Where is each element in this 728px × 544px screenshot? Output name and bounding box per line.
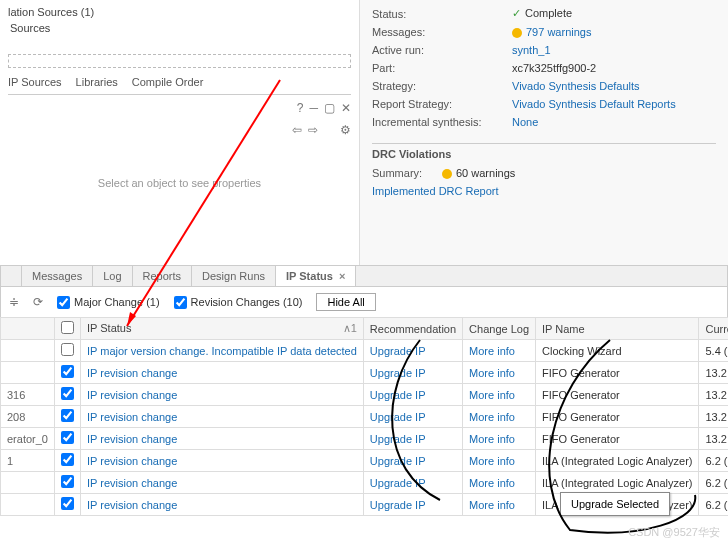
sort-icon[interactable]: ≑ — [9, 295, 19, 309]
report-strategy-label: Report Strategy: — [372, 98, 512, 110]
row-current-version: 13.2 (Re — [699, 384, 728, 406]
row-ip-name: ILA (Integrated Logic Analyzer) — [536, 472, 699, 494]
row-status-link[interactable]: IP revision change — [80, 406, 363, 428]
tab-ip-sources[interactable]: IP Sources — [8, 76, 62, 88]
row-changelog-link[interactable]: More info — [463, 362, 536, 384]
upgrade-selected-button[interactable]: Upgrade Selected — [560, 492, 670, 516]
row-status-link[interactable]: IP revision change — [80, 494, 363, 516]
watermark: CSDN @9527华安 — [628, 525, 720, 540]
row-current-version: 6.2 (Rev — [699, 450, 728, 472]
row-ip-name: FIFO Generator — [536, 362, 699, 384]
row-changelog-link[interactable]: More info — [463, 428, 536, 450]
table-row[interactable]: 208IP revision changeUpgrade IPMore info… — [1, 406, 729, 428]
row-changelog-link[interactable]: More info — [463, 472, 536, 494]
table-row[interactable]: IP major version change. Incompatible IP… — [1, 340, 729, 362]
row-source: 208 — [1, 406, 55, 428]
drc-heading: DRC Violations — [372, 143, 716, 164]
hide-all-button[interactable]: Hide All — [316, 293, 375, 311]
row-changelog-link[interactable]: More info — [463, 384, 536, 406]
close-icon[interactable]: × — [339, 270, 345, 282]
col-source[interactable] — [1, 318, 55, 340]
strategy-label: Strategy: — [372, 80, 512, 92]
tab-reports[interactable]: Reports — [133, 266, 193, 286]
tab-design-runs[interactable]: Design Runs — [192, 266, 276, 286]
row-upgrade-link[interactable]: Upgrade IP — [363, 494, 462, 516]
incremental-link[interactable]: None — [512, 116, 538, 128]
table-row[interactable]: 1IP revision changeUpgrade IPMore infoIL… — [1, 450, 729, 472]
row-upgrade-link[interactable]: Upgrade IP — [363, 362, 462, 384]
table-row[interactable]: IP revision changeUpgrade IPMore infoILA… — [1, 472, 729, 494]
table-row[interactable]: IP revision changeUpgrade IPMore infoFIF… — [1, 362, 729, 384]
col-ip-status[interactable]: IP Status ∧1 — [80, 318, 363, 340]
row-current-version: 5.4 (Rev — [699, 340, 728, 362]
close-icon[interactable]: ✕ — [341, 101, 351, 115]
incremental-label: Incremental synthesis: — [372, 116, 512, 128]
warning-icon — [512, 28, 522, 38]
row-checkbox[interactable] — [54, 362, 80, 384]
report-strategy-link[interactable]: Vivado Synthesis Default Reports — [512, 98, 676, 110]
row-upgrade-link[interactable]: Upgrade IP — [363, 340, 462, 362]
tree-line-2[interactable]: Sources — [8, 20, 351, 36]
row-ip-name: FIFO Generator — [536, 384, 699, 406]
back-icon[interactable]: ⇦ — [292, 123, 302, 137]
row-checkbox[interactable] — [54, 384, 80, 406]
row-source: 1 — [1, 450, 55, 472]
row-status-link[interactable]: IP revision change — [80, 428, 363, 450]
row-upgrade-link[interactable]: Upgrade IP — [363, 472, 462, 494]
col-ip-name[interactable]: IP Name — [536, 318, 699, 340]
row-checkbox[interactable] — [54, 450, 80, 472]
row-ip-name: FIFO Generator — [536, 428, 699, 450]
filter-revision-changes[interactable]: Revision Changes (10) — [174, 296, 303, 309]
row-source: 316 — [1, 384, 55, 406]
row-source — [1, 494, 55, 516]
col-recommendation[interactable]: Recommendation — [363, 318, 462, 340]
filter-major-change[interactable]: Major Change (1) — [57, 296, 160, 309]
row-checkbox[interactable] — [54, 428, 80, 450]
row-changelog-link[interactable]: More info — [463, 340, 536, 362]
warning-icon — [442, 169, 452, 179]
refresh-icon[interactable]: ⟳ — [33, 295, 43, 309]
tab-libraries[interactable]: Libraries — [76, 76, 118, 88]
row-status-link[interactable]: IP revision change — [80, 472, 363, 494]
row-checkbox[interactable] — [54, 406, 80, 428]
tab-compile-order[interactable]: Compile Order — [132, 76, 204, 88]
gear-icon[interactable]: ⚙ — [340, 123, 351, 137]
row-checkbox[interactable] — [54, 494, 80, 516]
row-current-version: 13.2 (Re — [699, 362, 728, 384]
minimize-icon[interactable]: ─ — [309, 101, 318, 115]
row-checkbox[interactable] — [54, 472, 80, 494]
row-upgrade-link[interactable]: Upgrade IP — [363, 428, 462, 450]
row-status-link[interactable]: IP revision change — [80, 384, 363, 406]
row-status-link[interactable]: IP major version change. Incompatible IP… — [80, 340, 363, 362]
col-change-log[interactable]: Change Log — [463, 318, 536, 340]
col-current[interactable]: Current — [699, 318, 728, 340]
row-status-link[interactable]: IP revision change — [80, 450, 363, 472]
drc-summary-label: Summary: — [372, 167, 442, 179]
tab-messages[interactable]: Messages — [22, 266, 93, 286]
help-icon[interactable]: ? — [297, 101, 304, 115]
status-value: ✓Complete — [512, 7, 572, 20]
row-status-link[interactable]: IP revision change — [80, 362, 363, 384]
table-row[interactable]: erator_0IP revision changeUpgrade IPMore… — [1, 428, 729, 450]
row-upgrade-link[interactable]: Upgrade IP — [363, 406, 462, 428]
maximize-icon[interactable]: ▢ — [324, 101, 335, 115]
forward-icon[interactable]: ⇨ — [308, 123, 318, 137]
table-row[interactable]: 316IP revision changeUpgrade IPMore info… — [1, 384, 729, 406]
tab-log[interactable]: Log — [93, 266, 132, 286]
bottom-tab-bar: Messages Log Reports Design Runs IP Stat… — [0, 265, 728, 287]
row-ip-name: Clocking Wizard — [536, 340, 699, 362]
drc-report-link[interactable]: Implemented DRC Report — [372, 185, 499, 197]
row-changelog-link[interactable]: More info — [463, 494, 536, 516]
strategy-link[interactable]: Vivado Synthesis Defaults — [512, 80, 640, 92]
drc-summary-value: 60 warnings — [456, 167, 515, 179]
active-run-link[interactable]: synth_1 — [512, 44, 551, 56]
messages-link[interactable]: 797 warnings — [526, 26, 591, 38]
row-changelog-link[interactable]: More info — [463, 450, 536, 472]
row-upgrade-link[interactable]: Upgrade IP — [363, 450, 462, 472]
tab-ip-status[interactable]: IP Status× — [276, 266, 356, 286]
row-checkbox[interactable] — [54, 340, 80, 362]
tree-line-1[interactable]: lation Sources (1) — [8, 4, 351, 20]
row-changelog-link[interactable]: More info — [463, 406, 536, 428]
row-upgrade-link[interactable]: Upgrade IP — [363, 384, 462, 406]
col-header-checkbox[interactable] — [54, 318, 80, 340]
